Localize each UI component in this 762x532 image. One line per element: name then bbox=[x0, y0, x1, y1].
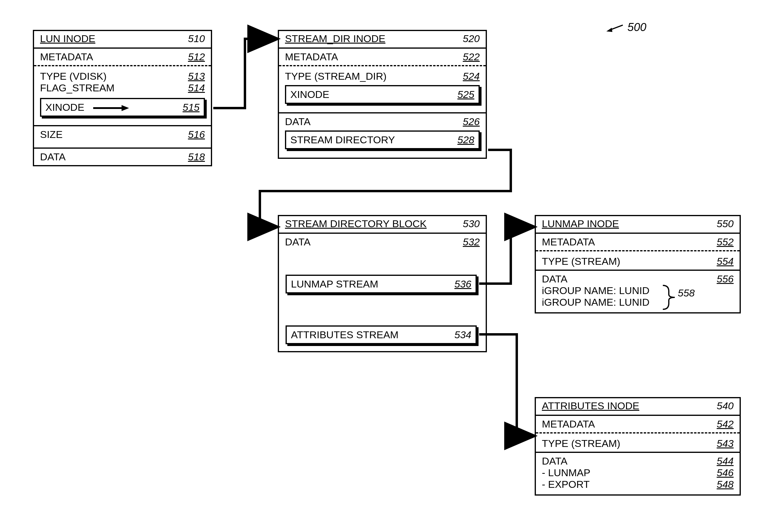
arrow-right-icon bbox=[93, 105, 129, 111]
lunmap-stream-box: LUNMAP STREAM 536 bbox=[285, 275, 477, 294]
lunmap-inode-type: TYPE (STREAM) 554 bbox=[536, 250, 739, 270]
lun-inode-title: LUN INODE 510 bbox=[34, 31, 211, 47]
stream-dir-inode-streamdir-box: STREAM DIRECTORY 528 bbox=[285, 130, 480, 149]
attributes-inode-block: ATTRIBUTES INODE 540 METADATA 542 TYPE (… bbox=[535, 397, 741, 496]
stream-dir-inode-type-section: TYPE (STREAM_DIR)524 XINODE 525 bbox=[279, 65, 486, 112]
figure-ref-num: 500 bbox=[628, 21, 647, 33]
stream-dir-inode-data-section: DATA526 STREAM DIRECTORY 528 bbox=[279, 112, 486, 158]
stream-dir-inode-block: STREAM_DIR INODE 520 METADATA 522 TYPE (… bbox=[278, 30, 487, 159]
stream-dir-inode-metadata: METADATA 522 bbox=[279, 47, 486, 65]
attributes-inode-data-section: DATA544 - LUNMAP546 - EXPORT548 bbox=[536, 452, 739, 495]
attributes-inode-metadata: METADATA 542 bbox=[536, 415, 739, 432]
svg-marker-1 bbox=[606, 28, 612, 32]
lun-inode-size: SIZE 516 bbox=[34, 125, 211, 143]
attributes-stream-box: ATTRIBUTES STREAM 534 bbox=[285, 325, 477, 344]
attributes-inode-title: ATTRIBUTES INODE 540 bbox=[536, 398, 739, 415]
lun-inode-metadata: METADATA 512 bbox=[34, 47, 211, 65]
lun-inode-xinode-box: XINODE 515 bbox=[40, 98, 205, 117]
svg-marker-3 bbox=[121, 105, 129, 111]
lunmap-inode-title: LUNMAP INODE 550 bbox=[536, 216, 739, 233]
figure-ref: 500 bbox=[606, 21, 647, 34]
stream-directory-block-data: DATA 532 bbox=[279, 233, 486, 250]
stream-directory-block-title: STREAM DIRECTORY BLOCK 530 bbox=[279, 216, 486, 233]
brace-icon bbox=[661, 284, 676, 311]
stream-dir-inode-xinode-box: XINODE 525 bbox=[285, 85, 480, 104]
stream-dir-inode-title: STREAM_DIR INODE 520 bbox=[279, 31, 486, 47]
lunmap-inode-metadata: METADATA 552 bbox=[536, 233, 739, 250]
lunmap-inode-block: LUNMAP INODE 550 METADATA 552 TYPE (STRE… bbox=[535, 215, 741, 313]
lun-inode-data: DATA 518 bbox=[34, 148, 211, 165]
brace-num: 558 bbox=[678, 287, 695, 299]
lun-inode-type-section: TYPE (VDISK)513 FLAG_STREAM514 XINODE 51… bbox=[34, 65, 211, 125]
lunmap-inode-data-section: DATA556 iGROUP NAME: LUNID iGROUP NAME: … bbox=[536, 270, 739, 312]
lun-inode-block: LUN INODE 510 METADATA 512 TYPE (VDISK)5… bbox=[33, 30, 212, 166]
attributes-inode-type: TYPE (STREAM) 543 bbox=[536, 432, 739, 452]
